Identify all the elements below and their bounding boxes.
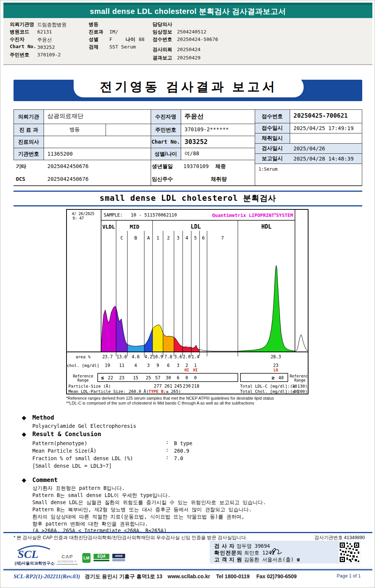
svg-text:218: 218 bbox=[192, 383, 200, 389]
sample-label: SAMPLE: bbox=[104, 212, 123, 218]
patient-name-label: 수진자명 bbox=[151, 109, 181, 124]
report-time-value: 2025/04/28 14:48:39 bbox=[293, 156, 354, 162]
svg-text:245: 245 bbox=[174, 383, 182, 389]
org-label: 의뢰기관명 bbox=[10, 21, 34, 28]
svg-text:6: 6 bbox=[167, 363, 170, 368]
birth-label: 생년월일 bbox=[152, 160, 182, 173]
chart-footnote-2: **LDL-C is comprised of the sum of chole… bbox=[66, 401, 254, 405]
age-label: 나이 bbox=[126, 36, 135, 43]
chart-no-value: 303252 bbox=[37, 44, 55, 50]
req-date-label: 검사의뢰 bbox=[153, 46, 172, 53]
lab-no: 검사기관번호 41349890 bbox=[315, 535, 365, 541]
test-date-value: 2025/04/26 bbox=[293, 145, 325, 152]
svg-text:30: 30 bbox=[166, 375, 171, 380]
recv-time-label: 접수일시 bbox=[255, 123, 290, 133]
result-note: [Small dense LDL = LDL3~7] bbox=[32, 463, 112, 469]
anab-logo: ANAB bbox=[112, 554, 125, 558]
ref-label-left-2: Range bbox=[77, 378, 89, 382]
hosp-code-value: 62131 bbox=[37, 29, 52, 35]
result-title: Result & Conclusion bbox=[32, 430, 101, 438]
svg-text:10.9: 10.9 bbox=[153, 354, 163, 359]
acc-no-label: 접수번호 bbox=[153, 36, 172, 43]
svg-text:13.6: 13.6 bbox=[116, 354, 127, 359]
svg-text:15: 15 bbox=[133, 375, 138, 380]
top-title-bar: small dense LDL cholesterol 분획검사 검사결과보고서 bbox=[3, 3, 372, 18]
report-time-label: 보고일시 bbox=[255, 153, 290, 164]
lab-no-value: 41349890 bbox=[344, 535, 365, 540]
etc-label: 기타 bbox=[14, 160, 44, 173]
svg-text:3: 3 bbox=[177, 363, 180, 368]
dept-value: IM/ bbox=[109, 29, 118, 35]
chart-date: 4/ 26/2025 bbox=[72, 212, 94, 216]
banner-title: 전기영동 검사결과 보고서 bbox=[100, 79, 277, 95]
svg-text:5: 5 bbox=[194, 235, 197, 241]
org-no-label: 기관번호 bbox=[14, 148, 44, 160]
chart-row-value: 303252 bbox=[184, 138, 207, 145]
ref-label-left-1: Reference bbox=[73, 374, 93, 378]
report-page: small dense LDL cholesterol 분획검사 검사결과보고서… bbox=[0, 0, 375, 588]
client-value: 삼광의료재단 bbox=[47, 112, 83, 120]
ref-label-right-1: Reference bbox=[290, 374, 308, 378]
org-value: 드림종합병원 bbox=[37, 21, 67, 28]
svg-text:C: C bbox=[120, 235, 123, 241]
method-body: Polyacrylamide Gel Electrophoresis bbox=[32, 423, 136, 429]
lab-tel: Tel 1800-0119 bbox=[216, 573, 249, 579]
accession-value: 20250425-700621 bbox=[293, 112, 348, 119]
svg-text:A: A bbox=[147, 235, 150, 241]
svg-text:3: 3 bbox=[177, 235, 179, 241]
volume-label: 채취량 bbox=[211, 173, 227, 185]
qr-code-icon bbox=[339, 542, 360, 563]
rule-above-section-title bbox=[14, 191, 362, 192]
support-row: 고 객 지 원 김동환 서울서초(출) ☎ bbox=[214, 556, 300, 563]
svg-text:HI: HI bbox=[184, 368, 189, 372]
sample-value: 10 - 511570062110 bbox=[131, 212, 177, 218]
doc-code: SCL-RP2(1)-202211(Rev.03) bbox=[14, 573, 80, 579]
doctor-row-label: 진료의사 bbox=[14, 136, 44, 148]
lab-no-label: 검사기관번호 bbox=[315, 535, 343, 540]
clinical-label: 임상정보 bbox=[153, 29, 172, 35]
svg-text:1.4: 1.4 bbox=[192, 354, 200, 359]
result-row-1-label: Pattern(phenotype) bbox=[32, 440, 87, 446]
mean-particle: Mean LDL-Particle Size:260.9 Å(TYPE B;≤ … bbox=[68, 389, 181, 394]
chol-row-label: chol. [mg/dl] bbox=[67, 363, 99, 368]
ward-label: 병동 bbox=[89, 21, 98, 28]
footer-bottom-rule bbox=[3, 569, 372, 570]
svg-text:23: 23 bbox=[119, 375, 124, 380]
svg-text:23: 23 bbox=[273, 363, 278, 368]
particle-row-label: Particle-Size (Å) bbox=[68, 384, 111, 389]
patient-header: 의뢰기관명 드림종합병원 병원코드 62131 수진자 주윤선 Chart No… bbox=[3, 18, 372, 65]
result-row-2-colon: : bbox=[166, 447, 169, 453]
svg-text:11: 11 bbox=[119, 363, 124, 368]
cap-certification-line: * 본 검사실은 CAP 인증과 대한진단검사의학회/진단검사의학재단의 우수검… bbox=[14, 535, 247, 541]
pregnancy-label: 임신주수 bbox=[152, 173, 182, 185]
test-date-label: 검사일시 bbox=[255, 143, 290, 153]
svg-text:6: 6 bbox=[202, 235, 204, 241]
comment-line-2: Pattern B는 small dense LDL이 우세한 type입니다. bbox=[32, 492, 171, 499]
recv-time-value: 2025/04/25 17:49:19 bbox=[293, 125, 354, 131]
svg-text:1: 1 bbox=[194, 363, 197, 368]
specimen-label: 검체 bbox=[89, 44, 98, 50]
scl-logo: SCL (재)서울의과학연구소 bbox=[15, 545, 56, 566]
support-value: 김동환 서울서초(출) ☎ bbox=[244, 556, 300, 562]
clinical-value: 2504240512 bbox=[177, 29, 206, 35]
svg-text:277: 277 bbox=[154, 383, 162, 389]
patient-label: 수진자 bbox=[10, 36, 24, 43]
svg-text:22: 22 bbox=[108, 375, 113, 380]
comment-title: Comment bbox=[32, 476, 57, 483]
brand-text: Quantimetrix LIPOPRINT®SYSTEM bbox=[212, 212, 293, 218]
result-row-3-colon: : bbox=[166, 454, 169, 460]
banner-bar: 전기영동 검사결과 보고서 bbox=[14, 80, 362, 101]
comment-line-3: Small dense LDL은 심혈관 질환의 위험도를 증가시킬 수 있는 … bbox=[32, 499, 266, 506]
birth-value: 19370109 bbox=[183, 163, 209, 169]
result-row-1-colon: : bbox=[166, 439, 169, 445]
lab-fax: Fax 02)790-6509 bbox=[256, 573, 296, 579]
weight-label: 체중 bbox=[215, 160, 226, 173]
svg-text:9: 9 bbox=[157, 363, 159, 368]
age-value: 88 bbox=[139, 36, 145, 42]
area-values: 23.7 13.6 4.6 4.2 10.9 7.8 3.6 2.0 1.4 2… bbox=[102, 354, 281, 359]
rrn-row-label: 주민번호 bbox=[151, 124, 181, 136]
svg-text:B: B bbox=[134, 235, 137, 241]
svg-text:4: 4 bbox=[185, 235, 188, 241]
result-row-1-value: B type bbox=[174, 440, 192, 446]
lmf-logo: LM bbox=[82, 553, 91, 563]
